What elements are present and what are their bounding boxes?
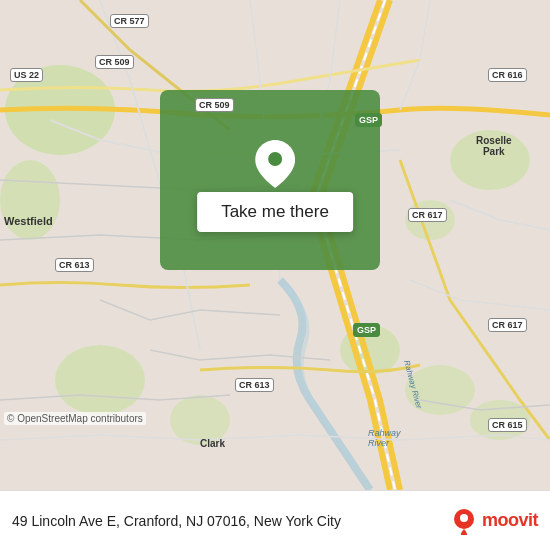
- label-clark: Clark: [200, 438, 225, 449]
- svg-point-2: [0, 160, 60, 240]
- road-badge-gsp2: GSP: [353, 323, 380, 337]
- label-rahway-river: RahwayRiver: [368, 428, 401, 448]
- road-badge-cr615: CR 615: [488, 418, 527, 432]
- road-badge-gsp1: GSP: [355, 113, 382, 127]
- moovit-logo-text: moovit: [482, 510, 538, 531]
- svg-point-11: [268, 152, 282, 166]
- map-container: CR 577 US 22 CR 509 CR 509 GSP CR 616 CR…: [0, 0, 550, 490]
- bottom-bar: 49 Lincoln Ave E, Cranford, NJ 07016, Ne…: [0, 490, 550, 550]
- svg-point-13: [460, 514, 468, 522]
- location-pin-icon: [255, 140, 295, 188]
- road-badge-us22: US 22: [10, 68, 43, 82]
- road-badge-cr616: CR 616: [488, 68, 527, 82]
- road-badge-cr509b: CR 509: [195, 98, 234, 112]
- address-text: 49 Lincoln Ave E, Cranford, NJ 07016, Ne…: [12, 513, 450, 529]
- moovit-logo-icon: [450, 507, 478, 535]
- take-me-there-button[interactable]: Take me there: [197, 192, 353, 232]
- button-container: Take me there: [197, 140, 353, 232]
- svg-point-7: [55, 345, 145, 415]
- road-badge-cr509a: CR 509: [95, 55, 134, 69]
- road-badge-cr617a: CR 617: [408, 208, 447, 222]
- road-badge-cr613b: CR 613: [235, 378, 274, 392]
- moovit-logo: moovit: [450, 507, 538, 535]
- osm-attribution: © OpenStreetMap contributors: [4, 412, 146, 425]
- road-badge-cr577: CR 577: [110, 14, 149, 28]
- road-badge-cr613a: CR 613: [55, 258, 94, 272]
- road-badge-cr617b: CR 617: [488, 318, 527, 332]
- label-westfield: Westfield: [4, 215, 53, 227]
- label-roselle-park: RosellePark: [476, 135, 512, 157]
